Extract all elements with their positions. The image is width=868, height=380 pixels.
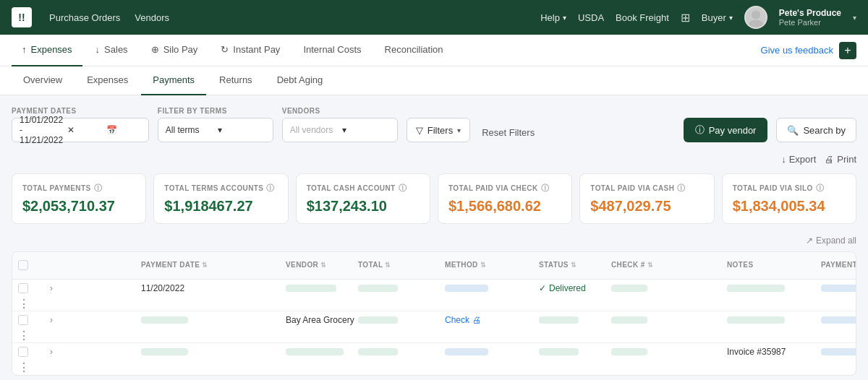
subnav-internal-costs[interactable]: Internal Costs (293, 35, 371, 66)
th-vendor[interactable]: VENDOR ⇅ (286, 261, 358, 269)
tab-expenses[interactable]: Expenses (75, 66, 140, 95)
nav-purchase-orders[interactable]: Purchase Orders (49, 9, 120, 26)
payment-dates-input[interactable]: 11/01/2022 - 11/21/2022 ✕ 📅 (12, 118, 149, 142)
top-nav: !! Purchase Orders Vendors Help ▾ USDA B… (0, 0, 868, 35)
row1-notes (727, 285, 821, 292)
row3-expand[interactable]: › (47, 344, 141, 360)
row1-total (358, 285, 445, 292)
user-name: Pete Parker (779, 18, 841, 27)
header-checkbox[interactable] (18, 260, 28, 270)
stat-value-2: $137,243.10 (307, 198, 420, 215)
stat-label-5: TOTAL PAID VIA SILO ⓘ (733, 183, 846, 194)
tab-overview[interactable]: Overview (12, 66, 74, 95)
pay-vendor-button[interactable]: ⓘ Pay vendor (684, 118, 768, 142)
info-icon-0: ⓘ (94, 183, 102, 194)
expand-row: ↗ Expand all (12, 236, 856, 246)
user-company: Pete's Produce (779, 8, 841, 18)
check-link[interactable]: Check 🖨 (445, 315, 481, 325)
feedback-link[interactable]: Give us feedback (761, 45, 833, 56)
row2-expand[interactable]: › (47, 312, 141, 328)
stat-total-terms: TOTAL TERMS ACCOUNTS ⓘ $1,918467.27 (153, 173, 288, 224)
row2-more[interactable]: ⋮ (18, 329, 47, 342)
row3-checkbox[interactable] (18, 347, 47, 357)
layers-icon[interactable]: ⊞ (681, 11, 690, 25)
row2-method[interactable]: Check 🖨 (445, 315, 539, 325)
row3-more[interactable]: ⋮ (18, 360, 47, 374)
payment-dates-value: 11/01/2022 - 11/21/2022 (20, 115, 63, 145)
user-chevron[interactable]: ▾ (853, 14, 856, 22)
nav-right: Help ▾ USDA Book Freight ⊞ Buyer ▾ Pete'… (540, 6, 856, 29)
expand-icon: ↗ (806, 236, 813, 246)
row1-more[interactable]: ⋮ (18, 297, 47, 311)
table-row: › 11/20/2022 ✓ Delivered ⋮ (12, 280, 856, 311)
th-checkbox (18, 260, 47, 270)
logo-icon: !! (12, 7, 32, 27)
nav-help[interactable]: Help ▾ (540, 12, 566, 23)
nav-book-freight[interactable]: Book Freight (616, 12, 669, 23)
add-button[interactable]: + (839, 42, 856, 59)
th-check[interactable]: CHECK # ⇅ (611, 261, 727, 269)
row1-checkbox[interactable] (18, 283, 47, 293)
tab-returns[interactable]: Returns (208, 66, 264, 95)
row2-checkbox[interactable] (18, 315, 47, 325)
help-chevron: ▾ (563, 14, 566, 22)
subnav-silo-pay[interactable]: ⊕ Silo Pay (141, 35, 208, 66)
stat-value-5: $1,834,005.34 (733, 198, 846, 215)
row3-status (539, 348, 611, 355)
subnav-expenses[interactable]: ↑ Expenses (12, 35, 82, 66)
th-method[interactable]: METHOD ⇅ (445, 261, 539, 269)
sort-vendor: ⇅ (320, 262, 326, 269)
th-payment-id[interactable]: PAYMENT ID ⇅ (821, 261, 856, 269)
nav-vendors[interactable]: Vendors (135, 9, 169, 26)
th-notes-label: NOTES (727, 261, 753, 269)
th-method-label: METHOD (445, 261, 478, 269)
row2-payment-id (821, 316, 856, 324)
row1-payment-id (821, 285, 856, 292)
filter-by-terms-input[interactable]: All terms ▾ (158, 118, 273, 142)
row1-date: 11/20/2022 (141, 283, 286, 293)
tab-debt-aging[interactable]: Debt Aging (265, 66, 335, 95)
row1-expand[interactable]: › (47, 280, 141, 296)
sort-payment-date: ⇅ (202, 262, 208, 269)
export-link[interactable]: ↓ Export (781, 154, 816, 165)
expand-all-link[interactable]: ↗ Expand all (806, 236, 856, 246)
filters-row: PAYMENT DATES 11/01/2022 - 11/21/2022 ✕ … (12, 107, 856, 142)
th-status[interactable]: STATUS ⇅ (539, 261, 611, 269)
row1-status: ✓ Delivered (539, 283, 611, 293)
reset-filters-link[interactable]: Reset Filters (479, 123, 537, 142)
search-by-button[interactable]: 🔍 Search by (776, 118, 856, 142)
subnav-reconciliation[interactable]: Reconciliation (375, 35, 454, 66)
info-icon-4: ⓘ (677, 183, 685, 194)
tab-payments[interactable]: Payments (141, 66, 206, 95)
row3-vendor (286, 348, 358, 355)
filters-button[interactable]: ▽ Filters ▾ (407, 118, 470, 142)
subnav-sales[interactable]: ↓ Sales (85, 35, 138, 66)
stat-label-1: TOTAL TERMS ACCOUNTS ⓘ (164, 183, 277, 194)
vendors-input[interactable]: All vendors ▾ (282, 118, 398, 142)
print-link[interactable]: 🖨 Print (825, 154, 856, 165)
info-icon-1: ⓘ (266, 183, 274, 194)
stat-total-check: TOTAL PAID VIA CHECK ⓘ $1,566,680.62 (438, 173, 572, 224)
subnav-instant-pay[interactable]: ↻ Instant Pay (210, 35, 290, 66)
table: PAYMENT DATE ⇅ VENDOR ⇅ TOTAL ⇅ METHOD ⇅… (12, 251, 856, 376)
row2-vendor: Bay Area Grocery (286, 315, 358, 325)
nav-links: Purchase Orders Vendors (49, 9, 169, 26)
silo-pay-icon: ⊕ (151, 44, 159, 55)
nav-usda[interactable]: USDA (578, 12, 604, 23)
th-total[interactable]: TOTAL ⇅ (358, 261, 445, 269)
row3-date (141, 348, 286, 355)
nav-buyer[interactable]: Buyer ▾ (702, 12, 733, 23)
stat-cards: TOTAL PAYMENTS ⓘ $2,053,710.37 TOTAL TER… (12, 173, 856, 224)
calendar-icon[interactable]: 📅 (106, 125, 141, 135)
th-check-label: CHECK # (611, 261, 645, 269)
table-row: › Invoice #35987 ⋮ (12, 343, 856, 375)
payment-dates-group: PAYMENT DATES 11/01/2022 - 11/21/2022 ✕ … (12, 107, 149, 142)
row3-payment-id (821, 348, 856, 355)
clear-dates-icon[interactable]: ✕ (67, 125, 102, 135)
stat-total-via-cash: TOTAL PAID VIA CASH ⓘ $487,029.75 (579, 173, 714, 224)
th-payment-date-label: PAYMENT DATE (141, 261, 200, 269)
svg-point-0 (752, 10, 760, 19)
th-payment-date[interactable]: PAYMENT DATE ⇅ (141, 261, 286, 269)
sub-nav-right: Give us feedback + (761, 42, 856, 59)
row2-status (539, 316, 611, 324)
